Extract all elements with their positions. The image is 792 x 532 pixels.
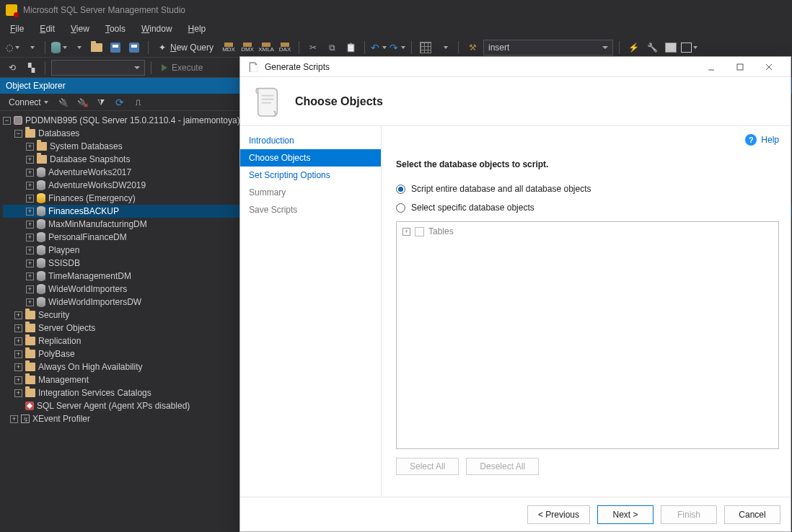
refresh-icon[interactable]	[112, 94, 128, 110]
minimize-button[interactable]	[697, 58, 726, 76]
menu-bar: File Edit View Tools Window Help	[0, 20, 792, 37]
history-dropdown[interactable]	[70, 40, 86, 56]
open-dropdown[interactable]	[51, 40, 67, 56]
connect-dropdown[interactable]: Connect	[4, 97, 53, 107]
finish-button[interactable]: Finish	[661, 505, 717, 524]
undo-dropdown[interactable]	[371, 40, 387, 56]
menu-view[interactable]: View	[63, 22, 97, 36]
db-node-label: FinancesBACKUP	[48, 205, 119, 218]
maximize-button[interactable]	[726, 58, 754, 76]
radio-entire-db[interactable]: Script entire database and all database …	[396, 184, 779, 194]
folder-node-label: Always On High Availability	[38, 361, 143, 373]
available-db-button[interactable]: ▚	[23, 60, 39, 76]
registered-servers-button[interactable]	[625, 40, 641, 56]
dialog-footer: < Previous Next > Finish Cancel	[240, 497, 791, 531]
objects-tree-box[interactable]: Tables	[396, 221, 779, 449]
db-node-label: SSISDB	[48, 257, 80, 270]
database-icon	[37, 167, 45, 177]
database-icon	[37, 297, 45, 307]
db-node-label: System Databases	[50, 141, 123, 153]
menu-file[interactable]: File	[3, 22, 31, 36]
step-set-scripting-options[interactable]: Set Scripting Options	[240, 167, 381, 184]
menu-edit[interactable]: Edit	[32, 22, 62, 36]
folder-icon	[25, 363, 35, 371]
find-combo[interactable]: insert	[483, 40, 613, 56]
folder-icon	[25, 389, 35, 397]
db-node-label: MaxMinManufacturingDM	[48, 218, 147, 231]
open-folder-button[interactable]	[89, 40, 105, 56]
svg-rect-1	[737, 64, 743, 70]
separator	[148, 41, 149, 54]
properties-button[interactable]	[644, 40, 660, 56]
database-icon	[37, 245, 45, 255]
folder-icon	[25, 337, 35, 345]
new-item-dropdown[interactable]	[23, 40, 39, 56]
mdx-query-button[interactable]: DMX	[239, 40, 255, 56]
step-choose-objects[interactable]: Choose Objects	[240, 149, 381, 167]
ssms-icon	[6, 4, 17, 16]
toolbox-button[interactable]	[663, 40, 679, 56]
change-connection-button[interactable]: ⟲	[4, 60, 20, 76]
db-node-label: AdventureWorksDW2019	[48, 179, 146, 192]
menu-tools[interactable]: Tools	[98, 22, 133, 36]
xevent-icon	[21, 414, 30, 423]
database-icon	[37, 284, 45, 294]
deselect-all-button[interactable]: Deselect All	[466, 458, 539, 475]
tree-item-tables[interactable]: Tables	[402, 226, 773, 236]
separator	[151, 61, 151, 74]
radio-icon	[396, 203, 405, 213]
close-button[interactable]	[754, 58, 783, 76]
step-save-scripts[interactable]: Save Scripts	[240, 201, 381, 218]
separator	[364, 41, 365, 54]
db-node-label: Database Snapshots	[50, 154, 130, 166]
new-project-dropdown[interactable]: ◌	[4, 40, 20, 56]
redo-dropdown[interactable]	[390, 40, 405, 56]
dialog-title-bar[interactable]: Generate Scripts	[240, 57, 791, 77]
checkbox[interactable]	[415, 227, 424, 236]
disconnect-icon[interactable]	[74, 94, 90, 110]
save-button[interactable]	[107, 40, 123, 56]
folder-icon	[25, 129, 35, 138]
radio-icon	[396, 185, 405, 194]
engine-query-button[interactable]: MDX	[221, 40, 237, 56]
separator	[299, 41, 299, 54]
help-icon: ?	[745, 134, 757, 146]
dialog-main-panel: ? Help Select the database objects to sc…	[382, 126, 791, 497]
db-node-label: AdventureWorks2017	[48, 167, 131, 179]
cancel-button[interactable]: Cancel	[724, 505, 780, 524]
save-all-button[interactable]	[126, 40, 142, 56]
results-grid-button[interactable]	[418, 40, 434, 56]
window-layout-dropdown[interactable]	[682, 40, 698, 56]
copy-button[interactable]	[324, 40, 340, 56]
connect-icon[interactable]	[56, 94, 71, 110]
paste-button[interactable]	[343, 40, 358, 56]
radio-specific-objects[interactable]: Select specific database objects	[396, 203, 779, 213]
menu-help[interactable]: Help	[181, 22, 214, 36]
help-link[interactable]: ? Help	[396, 132, 779, 148]
execute-button[interactable]: Execute	[157, 63, 207, 73]
db-node-label: WideWorldImporters	[48, 283, 127, 296]
results-dropdown[interactable]	[436, 40, 452, 56]
stop-icon[interactable]	[131, 94, 146, 110]
step-summary[interactable]: Summary	[240, 184, 381, 201]
database-icon	[37, 232, 45, 242]
folder-node-label: Security	[38, 309, 69, 322]
next-button[interactable]: Next >	[597, 505, 654, 524]
activity-monitor-button[interactable]	[465, 40, 480, 56]
dmx-query-button[interactable]: XMLA	[258, 40, 274, 56]
dax-query-button[interactable]: DAX	[277, 40, 293, 56]
filter-icon[interactable]	[93, 94, 109, 110]
db-node-label: TimeManagementDM	[48, 270, 131, 283]
folder-icon	[37, 155, 47, 164]
step-introduction[interactable]: Introduction	[240, 132, 381, 149]
database-combo[interactable]	[51, 60, 145, 76]
app-title: Microsoft SQL Server Management Studio	[23, 5, 185, 15]
select-all-button[interactable]: Select All	[396, 458, 459, 475]
new-query-button[interactable]: ✦ New Query	[154, 43, 218, 53]
db-node-label: PersonalFinanceDM	[48, 231, 127, 244]
expand-icon[interactable]	[402, 228, 410, 236]
wizard-step-list: Introduction Choose Objects Set Scriptin…	[240, 126, 382, 497]
cut-button[interactable]	[305, 40, 321, 56]
menu-window[interactable]: Window	[134, 22, 180, 36]
previous-button[interactable]: < Previous	[527, 505, 590, 524]
